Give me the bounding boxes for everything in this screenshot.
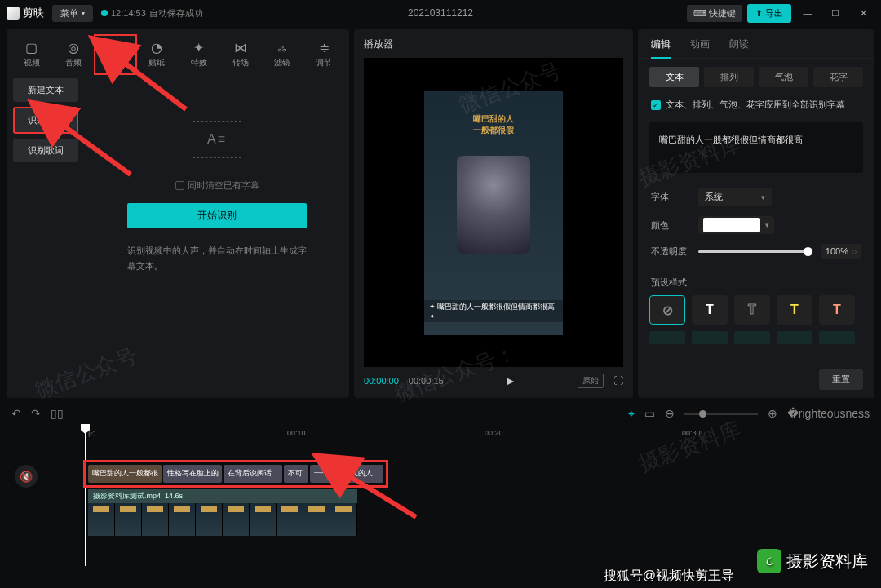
menu-button[interactable]: 菜单: [52, 5, 93, 22]
preset-style[interactable]: [692, 331, 728, 344]
checkbox-icon: [175, 181, 184, 190]
app-logo: 剪映: [7, 6, 44, 20]
side-item[interactable]: 新建文本: [13, 78, 78, 102]
preset-style[interactable]: ⊘: [649, 295, 685, 325]
properties-panel: 编辑动画朗读 文本排列气泡花字 ✓ 文本、排列、气泡、花字应用到全部识别字幕 嘴…: [638, 29, 874, 398]
side-item[interactable]: 识别歌词: [13, 139, 78, 162]
autosave-status: 12:14:53 自动保存成功: [101, 7, 203, 20]
player-panel: 播放器 嘴巴甜的人一般都很假 嘴巴甜的人一般都很假但情商都很高 00:00:00…: [354, 29, 633, 398]
video-track[interactable]: 摄影资料库测试.mp4 14.6s: [88, 489, 357, 536]
caption-text-input[interactable]: 嘴巴甜的人一般都很假但情商都很高: [649, 122, 863, 173]
opacity-value[interactable]: 100%: [821, 244, 861, 259]
color-label: 颜色: [651, 219, 688, 232]
shortcut-button[interactable]: ⌨ 快捷键: [687, 5, 742, 22]
redo-button[interactable]: ↷: [31, 407, 41, 420]
timeline-toolbar: ↶ ↷ ▯▯ ⌖ ▭ ⊖ ⊕ �righteousness: [0, 401, 881, 426]
tab-icon: ◎: [65, 39, 82, 55]
prop-subtab[interactable]: 排列: [704, 67, 754, 87]
export-button[interactable]: ⬆ 导出: [747, 4, 791, 23]
color-dropdown[interactable]: [698, 216, 774, 234]
play-button[interactable]: ▶: [507, 375, 514, 387]
preset-style[interactable]: [649, 331, 685, 344]
start-recognize-button[interactable]: 开始识别: [127, 203, 307, 228]
timeline[interactable]: |◁ 00:10 00:20 00:30 嘴巴甜的人一般都很性格写在脸上的在背后…: [0, 426, 881, 566]
magnet-button[interactable]: ⌖: [628, 407, 635, 421]
caption-clip[interactable]: 不可: [284, 465, 308, 483]
tool-tab-转场[interactable]: ⋈转场: [220, 36, 260, 72]
wechat-icon: ૮: [757, 549, 781, 573]
video-thumb: [303, 503, 330, 536]
maximize-button[interactable]: ☐: [824, 8, 847, 19]
zoom-out-button[interactable]: ⊖: [665, 407, 675, 420]
recognize-pane: A≡ 同时清空已有字幕 开始识别 识别视频中的人声，并自动在时间轴上生成字幕文本…: [85, 72, 349, 398]
player-viewport[interactable]: 嘴巴甜的人一般都很假 嘴巴甜的人一般都很假但情商都很高: [364, 58, 623, 367]
caption-clip[interactable]: 一个宽容别人的人: [310, 465, 383, 483]
ruler-mark: 00:10: [287, 429, 306, 437]
caption-clip[interactable]: 性格写在脸上的: [163, 465, 222, 483]
tool-tab-文本[interactable]: TI文本: [95, 36, 135, 72]
side-item[interactable]: 识别字幕: [13, 107, 78, 134]
zoom-fit-button[interactable]: �righteousness: [787, 407, 870, 420]
video-thumb: [277, 503, 303, 536]
prop-tab[interactable]: 朗读: [729, 38, 749, 51]
preset-grid: ⊘TTTT: [638, 295, 874, 325]
video-frame: 嘴巴甜的人一般都很假 嘴巴甜的人一般都很假但情商都很高: [424, 91, 563, 335]
preset-style[interactable]: T: [777, 295, 812, 325]
caption-clip[interactable]: 在背后说闲话: [224, 465, 282, 483]
tool-tab-贴纸[interactable]: ◔贴纸: [137, 36, 177, 72]
preset-style[interactable]: T: [734, 295, 770, 325]
logo-icon: [7, 7, 20, 20]
video-thumb: [115, 503, 142, 536]
video-thumb: [223, 503, 250, 536]
caption-track[interactable]: 嘴巴甜的人一般都很性格写在脸上的在背后说闲话不可一个宽容别人的人: [88, 465, 383, 483]
prop-subtab[interactable]: 花字: [813, 67, 863, 87]
split-button[interactable]: ▯▯: [51, 407, 64, 420]
tab-icon: TI: [107, 39, 123, 55]
preset-style[interactable]: [734, 331, 770, 344]
brand-watermark: ૮ 摄影资料库: [757, 549, 868, 573]
opacity-label: 不透明度: [651, 245, 688, 258]
fullscreen-button[interactable]: ⛶: [613, 375, 623, 387]
preset-style[interactable]: T: [819, 295, 855, 325]
tab-icon: ≑: [316, 39, 332, 55]
timeline-ruler[interactable]: |◁ 00:10 00:20 00:30: [11, 426, 870, 444]
video-thumbnails: [88, 503, 357, 536]
zoom-slider[interactable]: [684, 413, 758, 415]
opacity-slider[interactable]: [698, 250, 812, 253]
tool-tab-特效[interactable]: ✦特效: [179, 36, 219, 72]
undo-button[interactable]: ↶: [11, 407, 21, 420]
project-name[interactable]: 202103111212: [408, 7, 473, 19]
clear-existing-checkbox[interactable]: 同时清空已有字幕: [175, 179, 259, 192]
time-current: 00:00:00: [364, 376, 399, 386]
tool-tab-音频[interactable]: ◎音频: [53, 36, 93, 72]
video-thumb: [330, 503, 357, 536]
preset-style[interactable]: [777, 331, 812, 344]
preset-style[interactable]: [819, 331, 855, 344]
mute-button[interactable]: 🔇: [15, 465, 38, 488]
prop-tab[interactable]: 动画: [690, 38, 710, 51]
apply-all-checkbox[interactable]: ✓ 文本、排列、气泡、花字应用到全部识别字幕: [638, 95, 874, 119]
preset-style[interactable]: T: [692, 295, 728, 325]
close-button[interactable]: ✕: [852, 8, 874, 19]
tool-tabs: ▢视频◎音频TI文本◔贴纸✦特效⋈转场ஃ滤镜≑调节: [7, 29, 349, 72]
zoom-in-button[interactable]: ⊕: [768, 407, 777, 420]
font-dropdown[interactable]: 系统: [698, 188, 772, 206]
tool-tab-滤镜[interactable]: ஃ滤镜: [263, 36, 303, 72]
tool-tab-视频[interactable]: ▢视频: [11, 36, 51, 72]
playhead[interactable]: [85, 426, 86, 566]
reset-button[interactable]: 重置: [819, 369, 863, 390]
preview-button[interactable]: ▭: [644, 407, 655, 420]
ratio-button[interactable]: 原始: [578, 374, 604, 388]
tab-icon: ஃ: [274, 39, 290, 55]
minimize-button[interactable]: —: [796, 8, 819, 18]
tab-icon: ▢: [24, 39, 40, 55]
prop-subtab[interactable]: 文本: [649, 67, 699, 87]
app-name: 剪映: [23, 6, 44, 20]
prop-tab[interactable]: 编辑: [651, 38, 671, 51]
video-clip-label: 摄影资料库测试.mp4 14.6s: [88, 489, 357, 503]
tool-tab-调节[interactable]: ≑调节: [304, 36, 344, 72]
source-attribution: 搜狐号@视频快剪王导: [604, 568, 734, 585]
prop-subtab[interactable]: 气泡: [759, 67, 808, 87]
tab-icon: ◔: [148, 39, 165, 55]
caption-clip[interactable]: 嘴巴甜的人一般都很: [88, 465, 162, 483]
